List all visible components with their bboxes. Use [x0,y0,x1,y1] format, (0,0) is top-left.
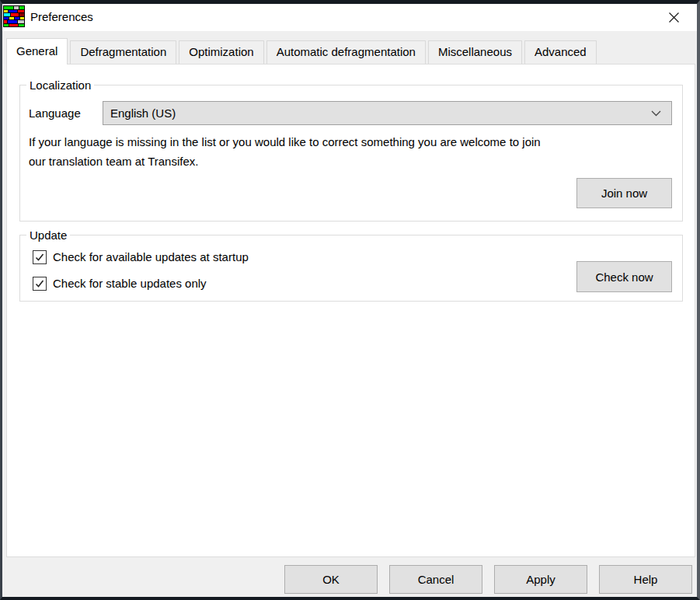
tab-general[interactable]: General [6,38,68,65]
stable-updates-label: Check for stable updates only [53,277,207,291]
updates-at-startup-label: Check for available updates at startup [53,250,249,264]
localization-group: Localization Language English (US) If yo… [19,85,683,222]
language-label: Language [29,101,81,125]
update-group-label: Update [26,228,70,242]
join-now-button[interactable]: Join now [576,178,672,208]
checkbox-row-updates-at-startup[interactable]: Check for available updates at startup [33,250,249,264]
close-icon [668,12,680,23]
translation-info-line2: our translation team at Transifex. [29,152,541,171]
tab-miscellaneous[interactable]: Miscellaneous [428,40,522,64]
translation-info-line1: If your language is missing in the list … [29,132,541,152]
check-now-button[interactable]: Check now [576,261,672,292]
tab-defragmentation[interactable]: Defragmentation [70,40,176,64]
language-selected-value: English (US) [110,102,176,124]
localization-group-label: Localization [26,78,94,92]
language-select[interactable]: English (US) [103,101,672,125]
chevron-down-icon [651,110,661,117]
ok-button[interactable]: OK [284,565,378,594]
tab-bar: General Defragmentation Optimization Aut… [2,31,697,64]
tab-automatic-defragmentation[interactable]: Automatic defragmentation [266,40,426,64]
updates-at-startup-checkbox[interactable] [33,250,47,264]
stable-updates-checkbox[interactable] [33,277,47,291]
cancel-button[interactable]: Cancel [389,565,482,594]
checkmark-icon [34,278,45,289]
preferences-dialog: Preferences General Defragmentation Opti… [0,0,700,600]
titlebar: Preferences [2,4,697,31]
apply-button[interactable]: Apply [494,565,587,594]
close-button[interactable] [656,4,691,31]
checkmark-icon [34,252,45,263]
tab-advanced[interactable]: Advanced [524,40,597,64]
tab-content-panel: Localization Language English (US) If yo… [6,64,695,557]
update-group: Update Check for available updates at st… [19,235,683,302]
translation-info-text: If your language is missing in the list … [29,132,541,171]
app-icon [3,5,25,27]
checkbox-row-stable-updates[interactable]: Check for stable updates only [33,277,207,291]
tab-optimization[interactable]: Optimization [179,40,263,64]
window-title: Preferences [30,4,93,31]
help-button[interactable]: Help [599,565,692,594]
